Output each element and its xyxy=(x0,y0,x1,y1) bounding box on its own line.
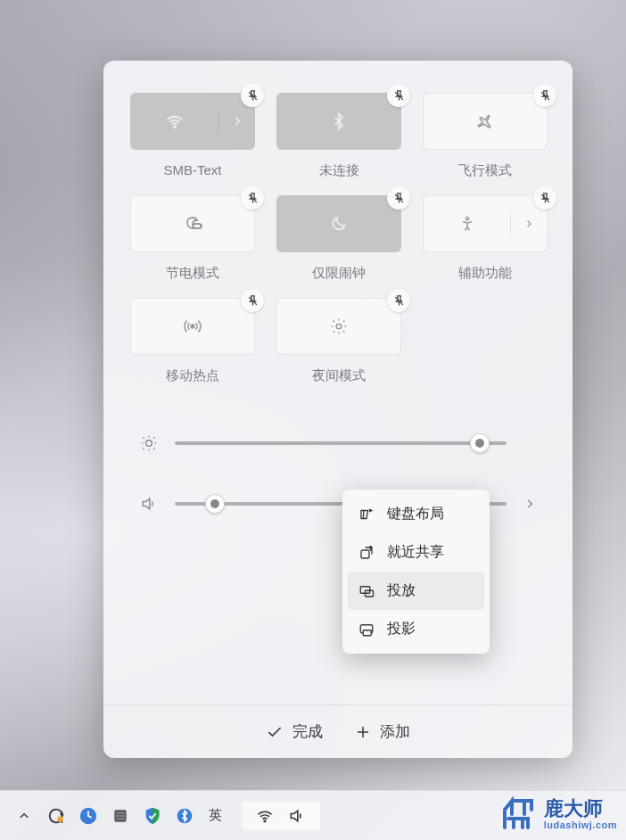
panel-footer: 完成 添加 xyxy=(103,704,572,758)
tile-wifi-toggle[interactable] xyxy=(130,111,219,131)
svg-point-0 xyxy=(174,127,176,128)
wifi-status-icon xyxy=(256,807,274,825)
done-button[interactable]: 完成 xyxy=(266,721,323,742)
dropdown-nearby-share[interactable]: 就近共享 xyxy=(348,533,484,572)
tile-label: 飞行模式 xyxy=(458,162,512,179)
svg-point-11 xyxy=(57,816,62,821)
tile-label: 节电模式 xyxy=(166,265,219,282)
tile-bluetooth[interactable] xyxy=(276,93,401,150)
unpin-icon xyxy=(539,89,552,103)
tile-bluetooth-wrap: 未连接 xyxy=(276,93,401,179)
bluetooth-icon xyxy=(330,112,348,130)
svg-rect-6 xyxy=(361,550,369,558)
dropdown-label: 投放 xyxy=(387,581,416,600)
unpin-airplane[interactable] xyxy=(533,84,556,107)
chevron-right-icon xyxy=(231,115,243,128)
tile-accessibility-toggle[interactable] xyxy=(424,215,511,233)
tray-bluetooth-icon[interactable] xyxy=(173,804,196,828)
svg-rect-10 xyxy=(363,630,371,635)
tile-label: 移动热点 xyxy=(166,367,219,384)
tile-night-light[interactable] xyxy=(276,298,401,355)
brightness-slider[interactable] xyxy=(175,441,507,445)
tile-focus-assist[interactable] xyxy=(276,195,401,252)
dropdown-label: 键盘布局 xyxy=(387,505,444,523)
tile-hotspot-wrap: 移动热点 xyxy=(130,298,255,384)
tray-overflow[interactable] xyxy=(12,804,36,828)
unpin-focus[interactable] xyxy=(387,186,410,210)
tile-battery-wrap: 节电模式 xyxy=(130,195,255,282)
dropdown-cast[interactable]: 投放 xyxy=(348,572,484,610)
system-tray: 英 xyxy=(12,804,226,828)
tile-label: 辅助功能 xyxy=(458,265,512,282)
dropdown-keyboard-layout[interactable]: 键盘布局 xyxy=(348,495,484,533)
tray-app-icon[interactable] xyxy=(77,804,100,828)
ime-indicator[interactable]: 英 xyxy=(205,807,226,824)
tile-label: 未连接 xyxy=(319,162,359,179)
unpin-accessibility[interactable] xyxy=(533,186,556,210)
volume-thumb[interactable] xyxy=(205,494,225,514)
tile-battery-saver[interactable] xyxy=(130,195,255,252)
tile-nightlight-wrap: 夜间模式 xyxy=(276,298,401,384)
tile-airplane[interactable] xyxy=(423,93,548,150)
unpin-wifi[interactable] xyxy=(241,84,264,107)
unpin-icon xyxy=(246,294,259,308)
tile-wifi-wrap: SMB-Text xyxy=(130,93,255,179)
tile-accessibility-expand[interactable] xyxy=(511,218,547,229)
airplane-icon xyxy=(475,111,495,131)
add-dropdown: 键盘布局 就近共享 投放 投影 xyxy=(342,490,490,654)
watermark-text: 鹿大师 ludashiwj.com xyxy=(544,798,617,830)
nearby-share-icon xyxy=(358,545,375,561)
svg-point-3 xyxy=(191,325,194,328)
dropdown-project[interactable]: 投影 xyxy=(348,610,484,648)
tile-label: SMB-Text xyxy=(163,162,221,177)
hotspot-icon xyxy=(183,317,202,336)
quick-settings-panel: SMB-Text 未连接 xyxy=(103,61,572,758)
unpin-hotspot[interactable] xyxy=(241,289,264,312)
tray-sync-icon[interactable] xyxy=(45,804,68,828)
volume-output-select[interactable] xyxy=(519,498,540,510)
dropdown-label: 投影 xyxy=(387,620,416,638)
dropdown-label: 就近共享 xyxy=(387,543,444,562)
unpin-icon xyxy=(392,89,406,103)
accessibility-icon xyxy=(458,215,476,233)
unpin-icon xyxy=(246,192,259,205)
tile-label: 仅限闹钟 xyxy=(312,265,366,282)
svg-point-2 xyxy=(465,218,468,220)
unpin-nightlight[interactable] xyxy=(387,289,410,312)
svg-rect-15 xyxy=(116,815,125,817)
tile-wifi[interactable] xyxy=(130,93,255,150)
watermark-url: ludashiwj.com xyxy=(544,819,617,830)
tray-drive-icon[interactable] xyxy=(109,804,132,828)
unpin-icon xyxy=(246,89,259,103)
watermark: 鹿大师 ludashiwj.com xyxy=(487,788,626,840)
svg-point-5 xyxy=(146,441,152,447)
check-icon xyxy=(266,723,284,741)
tile-accessibility[interactable] xyxy=(423,195,548,252)
brightness-thumb[interactable] xyxy=(470,433,490,453)
volume-status-icon xyxy=(288,807,306,825)
tile-hotspot[interactable] xyxy=(130,298,255,355)
unpin-icon xyxy=(392,192,406,205)
tray-status-group[interactable] xyxy=(242,802,320,830)
project-icon xyxy=(358,622,375,638)
unpin-bluetooth[interactable] xyxy=(387,84,410,107)
svg-rect-16 xyxy=(116,818,125,819)
unpin-icon xyxy=(392,294,406,308)
brightness-icon xyxy=(136,434,162,452)
svg-point-4 xyxy=(336,324,342,329)
chevron-right-icon xyxy=(523,218,534,229)
tile-focus-wrap: 仅限闹钟 xyxy=(276,195,401,282)
volume-icon xyxy=(136,495,162,513)
wifi-icon xyxy=(165,111,185,131)
cast-icon xyxy=(358,583,375,599)
watermark-name: 鹿大师 xyxy=(544,798,617,819)
unpin-battery[interactable] xyxy=(241,186,264,210)
brightness-slider-row xyxy=(130,434,546,452)
tray-security-icon[interactable] xyxy=(141,804,164,828)
watermark-logo-icon xyxy=(496,792,540,836)
add-label: 添加 xyxy=(380,721,410,742)
add-button[interactable]: 添加 xyxy=(355,721,410,742)
tile-wifi-expand[interactable] xyxy=(219,115,255,128)
battery-saver-icon xyxy=(182,213,203,235)
svg-point-18 xyxy=(264,820,266,822)
